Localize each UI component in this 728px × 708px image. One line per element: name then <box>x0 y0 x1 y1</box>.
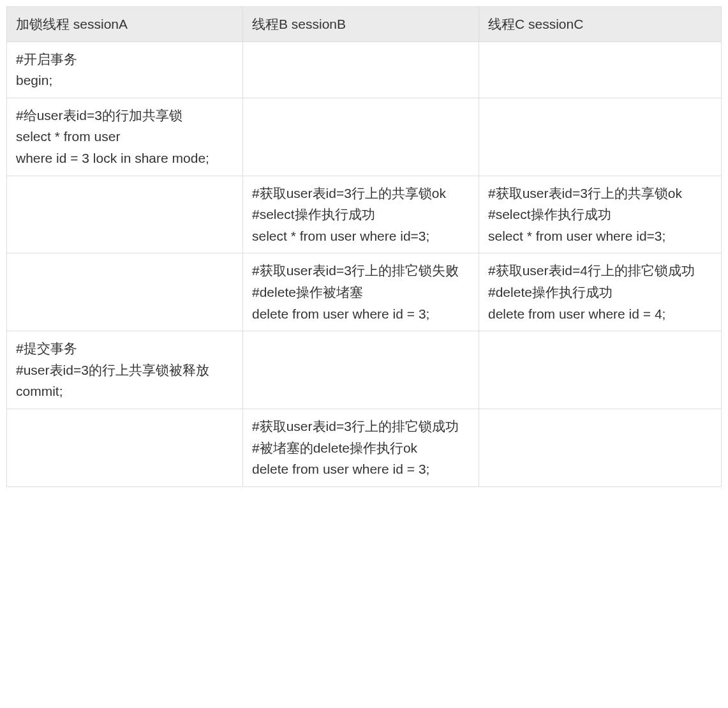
table-header-row: 加锁线程 sessionA 线程B sessionB 线程C sessionC <box>7 7 722 42</box>
cell-c <box>479 331 722 409</box>
cell-c <box>479 409 722 486</box>
table-row: #获取user表id=3行上的共享锁ok #select操作执行成功 selec… <box>7 176 722 253</box>
cell-c <box>479 41 722 98</box>
cell-b <box>243 98 479 176</box>
cell-b: #获取user表id=3行上的共享锁ok #select操作执行成功 selec… <box>243 176 479 253</box>
session-lock-table: 加锁线程 sessionA 线程B sessionB 线程C sessionC … <box>6 6 722 487</box>
cell-a: #开启事务 begin; <box>7 41 243 98</box>
cell-b: #获取user表id=3行上的排它锁失败 #delete操作被堵塞 delete… <box>243 253 479 331</box>
table-row: #获取user表id=3行上的排它锁成功 #被堵塞的delete操作执行ok d… <box>7 409 722 486</box>
cell-c: #获取user表id=3行上的共享锁ok #select操作执行成功 selec… <box>479 176 722 253</box>
cell-a: #给user表id=3的行加共享锁 select * from user whe… <box>7 98 243 176</box>
header-session-b: 线程B sessionB <box>243 7 479 42</box>
cell-b <box>243 331 479 409</box>
table-row: #获取user表id=3行上的排它锁失败 #delete操作被堵塞 delete… <box>7 253 722 331</box>
cell-a <box>7 409 243 486</box>
cell-b: #获取user表id=3行上的排它锁成功 #被堵塞的delete操作执行ok d… <box>243 409 479 486</box>
table-row: #给user表id=3的行加共享锁 select * from user whe… <box>7 98 722 176</box>
cell-b <box>243 41 479 98</box>
cell-c: #获取user表id=4行上的排它锁成功 #delete操作执行成功 delet… <box>479 253 722 331</box>
table-row: #开启事务 begin; <box>7 41 722 98</box>
table-row: #提交事务 #user表id=3的行上共享锁被释放 commit; <box>7 331 722 409</box>
cell-c <box>479 98 722 176</box>
header-session-a: 加锁线程 sessionA <box>7 7 243 42</box>
cell-a <box>7 176 243 253</box>
cell-a <box>7 253 243 331</box>
header-session-c: 线程C sessionC <box>479 7 722 42</box>
cell-a: #提交事务 #user表id=3的行上共享锁被释放 commit; <box>7 331 243 409</box>
